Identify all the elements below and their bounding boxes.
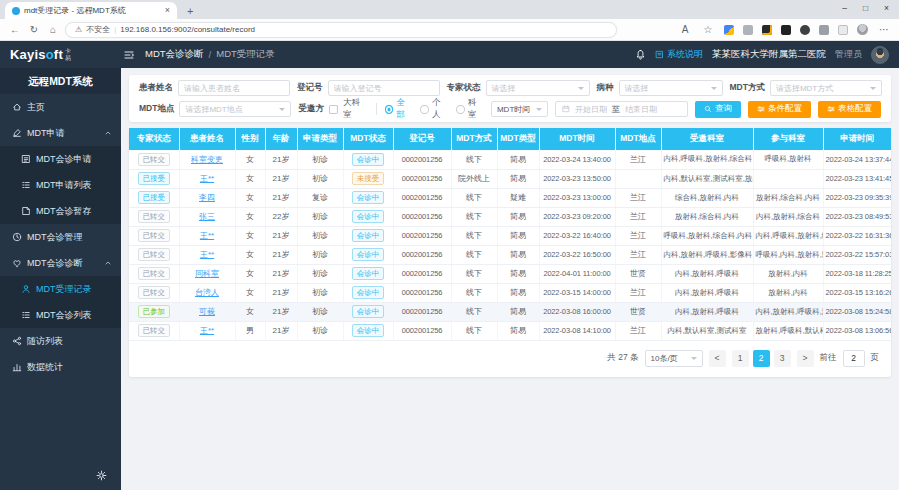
browser-menu-button[interactable]: ⋯	[877, 25, 891, 35]
patient-name-link[interactable]: 王**	[200, 326, 214, 335]
patient-name-link[interactable]: 王**	[200, 250, 214, 259]
sidebar-item[interactable]: MDT会诊暂存	[0, 198, 121, 224]
extension-icon-1[interactable]	[724, 25, 734, 35]
sidebar-item[interactable]: 随访列表	[0, 328, 121, 354]
date-range-picker[interactable]: 开始日期 至 结束日期	[555, 101, 688, 117]
record-table-body: 已转交科室变更女21岁初诊会诊中0002001256线下简易2022-03-24…	[129, 150, 891, 340]
page-jump-input[interactable]	[843, 350, 865, 367]
favorites-star-button[interactable]: ☆	[701, 25, 715, 35]
logo-text-2: ft	[54, 47, 63, 62]
browser-essentials-icon[interactable]	[838, 25, 848, 35]
page-number-button[interactable]: 1	[732, 350, 749, 367]
sidebar-item[interactable]: 数据统计	[0, 354, 121, 380]
patient-name-link[interactable]: 科室变更	[191, 155, 223, 164]
sidebar-item[interactable]: MDT受理记录	[0, 276, 121, 302]
cell: 未接受	[343, 169, 393, 188]
condition-config-button[interactable]: 条件配置	[748, 101, 811, 118]
cell: 初诊	[297, 207, 343, 226]
calendar-icon	[562, 105, 570, 113]
mdt-place-select[interactable]: 请选择MDT地点	[179, 101, 291, 117]
browser-profile-avatar[interactable]	[857, 24, 868, 35]
sidebar-item-label: MDT会诊申请	[36, 153, 92, 166]
next-page-button[interactable]: >	[797, 350, 814, 367]
cell: 内科,默认科室,测试科室	[661, 321, 753, 340]
read-aloud-button[interactable]: A	[678, 25, 692, 35]
extension-icon-3[interactable]	[762, 25, 772, 35]
extension-icon-4[interactable]	[781, 25, 791, 35]
browser-tab-strip: mdt受理记录 - 远程MDT系统 × + – □ ×	[0, 0, 899, 19]
sidebar-item[interactable]: MDT会诊诊断	[0, 250, 121, 276]
search-button-label: 查询	[715, 103, 732, 115]
patient-name-link[interactable]: 张三	[199, 212, 215, 221]
window-maximize-button[interactable]: □	[863, 3, 868, 13]
split-screen-icon[interactable]	[819, 25, 829, 35]
dept-group-checkbox[interactable]	[329, 105, 338, 114]
page-size-select[interactable]: 10条/页	[645, 350, 703, 367]
cell: 初诊	[297, 302, 343, 321]
new-tab-button[interactable]: +	[187, 5, 193, 17]
disease-select[interactable]: 请选择	[619, 80, 723, 96]
expert-status-select[interactable]: 请选择	[486, 80, 590, 96]
window-minimize-button[interactable]: –	[842, 3, 847, 13]
cell: 放射科,内科	[753, 264, 823, 283]
patient-name-link[interactable]: 台湾人	[195, 288, 219, 297]
cell: 可莪	[179, 302, 235, 321]
cell: 放射科,内科	[753, 283, 823, 302]
cell: 女	[235, 150, 265, 169]
breadcrumb-parent[interactable]: MDT会诊诊断	[145, 48, 204, 61]
cell: 21岁	[265, 302, 297, 321]
cell: 简易	[497, 264, 539, 283]
cell: 王**	[179, 169, 235, 188]
patient-name-label: 患者姓名	[139, 82, 173, 94]
clock-icon	[12, 232, 22, 242]
patient-name-link[interactable]: 同科室	[195, 269, 219, 278]
patient-name-link[interactable]: 王**	[200, 231, 214, 240]
sidebar-item[interactable]: MDT会诊申请	[0, 146, 121, 172]
sidebar-item[interactable]: 主页	[0, 94, 121, 120]
cell: 0002001256	[393, 207, 451, 226]
chevron-down-icon	[536, 108, 542, 111]
window-close-button[interactable]: ×	[884, 3, 889, 13]
extension-icon-2[interactable]	[743, 25, 753, 35]
back-button[interactable]: ←	[8, 25, 22, 35]
notification-bell-icon[interactable]	[635, 49, 646, 60]
table-config-button[interactable]: 表格配置	[818, 101, 881, 118]
invitee-radio-option[interactable]: 个人	[420, 97, 448, 121]
search-button[interactable]: 查询	[695, 101, 741, 118]
mdt-status-badge: 会诊中	[352, 191, 385, 204]
page-number-button[interactable]: 2	[753, 350, 770, 367]
reg-no-input[interactable]	[328, 80, 440, 96]
invitee-radio-option[interactable]: 全部	[385, 97, 413, 121]
mdt-mode-select[interactable]: 请选择MDT方式	[770, 80, 882, 96]
tab-close-icon[interactable]: ×	[165, 6, 170, 15]
invitee-radio-option[interactable]: 科室	[456, 97, 484, 121]
cell: 王**	[179, 226, 235, 245]
sidebar-item[interactable]: MDT会诊管理	[0, 224, 121, 250]
settings-gear-icon[interactable]	[96, 470, 107, 481]
refresh-button[interactable]: ↻	[27, 25, 41, 35]
patient-name-link[interactable]: 李四	[199, 193, 215, 202]
system-help-link[interactable]: 系统说明	[655, 48, 703, 61]
sidebar-item[interactable]: MDT会诊列表	[0, 302, 121, 328]
user-avatar[interactable]	[871, 46, 889, 64]
sidebar-item[interactable]: MDT申请列表	[0, 172, 121, 198]
cell: 王**	[179, 321, 235, 340]
url-divider: |	[114, 25, 116, 34]
cell: 女	[235, 169, 265, 188]
divider	[376, 103, 377, 115]
time-type-select[interactable]: MDT时间	[491, 101, 548, 117]
extension-icon-5[interactable]	[800, 25, 810, 35]
patient-name-input[interactable]	[178, 80, 290, 96]
page-number-button[interactable]: 3	[774, 350, 791, 367]
column-header: 专家状态	[129, 128, 179, 150]
browser-tab[interactable]: mdt受理记录 - 远程MDT系统 ×	[5, 2, 177, 19]
patient-name-link[interactable]: 王**	[200, 174, 214, 183]
mdt-status-badge: 会诊中	[352, 324, 385, 337]
patient-name-link[interactable]: 可莪	[199, 307, 215, 316]
menu-collapse-icon[interactable]	[123, 49, 135, 61]
prev-page-button[interactable]: <	[709, 350, 726, 367]
home-button[interactable]: ⌂	[46, 25, 60, 35]
sidebar-item[interactable]: MDT申请	[0, 120, 121, 146]
mdt-status-badge: 会诊中	[352, 210, 385, 223]
address-bar[interactable]: ⚠ 不安全 | 192.168.0.156:9002/consultate/re…	[65, 22, 617, 38]
